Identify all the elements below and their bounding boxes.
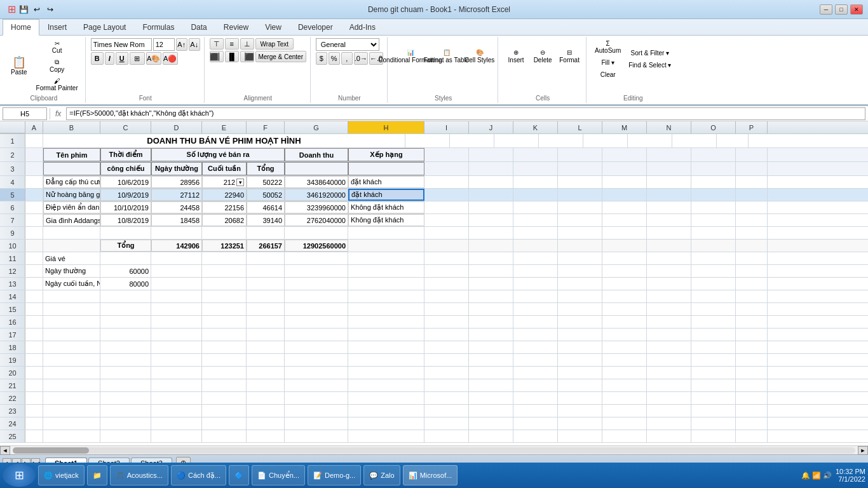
cell-d5[interactable]: 27112 (151, 189, 202, 201)
cell-j11[interactable] (469, 252, 513, 264)
col-header-j[interactable]: J (469, 121, 513, 133)
cell-h12[interactable] (348, 265, 424, 277)
cell-p2[interactable] (736, 148, 768, 161)
cell-h11[interactable] (348, 252, 424, 264)
cell-b11[interactable]: Giá vé (43, 252, 100, 264)
cell-p13[interactable] (736, 278, 768, 290)
cell-p3[interactable] (736, 162, 768, 175)
cell-d2-merged[interactable]: Số lượng vé bán ra (151, 148, 285, 161)
insert-button[interactable]: ⊕ Insert (503, 38, 529, 74)
cell-p4[interactable] (736, 176, 768, 188)
cell-n2[interactable] (647, 148, 691, 161)
bold-button[interactable]: B (91, 52, 104, 65)
cell-b12[interactable]: Ngày thường (43, 265, 100, 277)
tab-formulas[interactable]: Formulas (134, 19, 182, 35)
cell-j13[interactable] (469, 278, 513, 290)
cell-j5[interactable] (469, 189, 513, 201)
delete-button[interactable]: ⊖ Delete (530, 38, 555, 74)
taskbar-chrome1[interactable]: 🔵 Cách đặ... (171, 465, 226, 485)
cell-f7[interactable]: 39140 (247, 214, 285, 226)
cell-p11[interactable] (736, 252, 768, 264)
cell-o12[interactable] (691, 265, 736, 277)
decrease-font-button[interactable]: A↓ (189, 38, 200, 51)
tab-home[interactable]: Home (3, 19, 39, 36)
cell-o6[interactable] (691, 201, 736, 214)
cell-l6[interactable] (558, 201, 602, 214)
cell-o3[interactable] (691, 162, 736, 175)
cell-c10[interactable]: Tổng (100, 240, 151, 252)
font-name-input[interactable] (91, 38, 152, 51)
cell-j12[interactable] (469, 265, 513, 277)
cell-e5[interactable]: 22940 (202, 189, 247, 201)
cell-g11[interactable] (285, 252, 348, 264)
cell-o10[interactable] (691, 240, 736, 252)
cell-g2[interactable]: Doanh thu (285, 148, 348, 161)
cell-d13[interactable] (151, 278, 202, 290)
cell-c3[interactable]: công chiếu (100, 162, 151, 175)
cell-reference-input[interactable] (3, 107, 47, 120)
cell-k9[interactable] (513, 227, 558, 239)
cell-n12[interactable] (647, 265, 691, 277)
cell-k10[interactable] (513, 240, 558, 252)
cell-e13[interactable] (202, 278, 247, 290)
cell-h2[interactable]: Xếp hạng (348, 148, 424, 161)
copy-button[interactable]: ⧉ Copy (33, 57, 81, 75)
cell-b6[interactable]: Điệp viên ẩn danh (43, 201, 100, 214)
cut-button[interactable]: ✂ Cut (33, 38, 81, 56)
cell-c9[interactable] (100, 227, 151, 239)
cell-g5[interactable]: 3461920000 (285, 189, 348, 201)
merge-center-button[interactable]: Merge & Center (255, 51, 306, 62)
cell-o9[interactable] (691, 227, 736, 239)
align-left-button[interactable]: ⬛▏ (210, 51, 224, 62)
cell-l7[interactable] (558, 214, 602, 226)
cell-c2[interactable]: Thời điểm (100, 148, 151, 161)
horizontal-scrollbar[interactable]: ◄ ► (0, 445, 868, 454)
cell-g10[interactable]: 12902560000 (285, 240, 348, 252)
tab-page-layout[interactable]: Page Layout (75, 19, 134, 35)
percent-button[interactable]: % (329, 52, 340, 65)
col-header-l[interactable]: L (558, 121, 602, 133)
cell-n6[interactable] (647, 201, 691, 214)
cell-f5[interactable]: 50052 (247, 189, 285, 201)
cell-g4[interactable]: 3438640000 (285, 176, 348, 188)
taskbar-acoustics[interactable]: 🎵 Acoustics... (110, 465, 168, 485)
cell-a10[interactable] (25, 240, 43, 252)
cell-l13[interactable] (558, 278, 602, 290)
cell-f13[interactable] (247, 278, 285, 290)
cell-k11[interactable] (513, 252, 558, 264)
cell-j9[interactable] (469, 227, 513, 239)
cell-a4[interactable] (25, 176, 43, 188)
cell-n4[interactable] (647, 176, 691, 188)
cell-d4[interactable]: 28956 (151, 176, 202, 188)
cell-o2[interactable] (691, 148, 736, 161)
col-header-f[interactable]: F (247, 121, 285, 133)
cell-m13[interactable] (602, 278, 647, 290)
cell-c13[interactable]: 80000 (100, 278, 151, 290)
increase-font-button[interactable]: A↑ (176, 38, 187, 51)
scroll-left-button[interactable]: ◄ (0, 446, 10, 455)
col-header-c[interactable]: C (100, 121, 151, 133)
font-size-input[interactable] (153, 38, 175, 51)
scrollbar-track[interactable] (13, 447, 855, 454)
conditional-formatting-button[interactable]: 📊 Conditional Formatting (393, 38, 428, 74)
cell-k5[interactable] (513, 189, 558, 201)
cell-f11[interactable] (247, 252, 285, 264)
cell-l9[interactable] (558, 227, 602, 239)
sort-filter-button[interactable]: Sort & Filter ▾ (625, 48, 674, 58)
close-button[interactable]: ✕ (850, 4, 863, 15)
clear-button[interactable]: Clear (592, 69, 624, 80)
cell-o7[interactable] (691, 214, 736, 226)
cell-f12[interactable] (247, 265, 285, 277)
fill-color-button[interactable]: A🎨 (146, 52, 161, 65)
format-button[interactable]: ⊟ Format (557, 38, 582, 74)
tab-review[interactable]: Review (215, 19, 257, 35)
border-button[interactable]: ⊞ (130, 52, 145, 65)
cell-p7[interactable] (736, 214, 768, 226)
cell-f3[interactable]: Tổng (247, 162, 285, 175)
cell-p9[interactable] (736, 227, 768, 239)
cell-m12[interactable] (602, 265, 647, 277)
fill-button[interactable]: Fill ▾ (592, 57, 624, 68)
increase-decimal-button[interactable]: .0→ (354, 52, 368, 65)
taskbar-excel[interactable]: 📊 Microsof... (403, 465, 458, 485)
taskbar-ie[interactable]: 🔷 (229, 465, 249, 485)
